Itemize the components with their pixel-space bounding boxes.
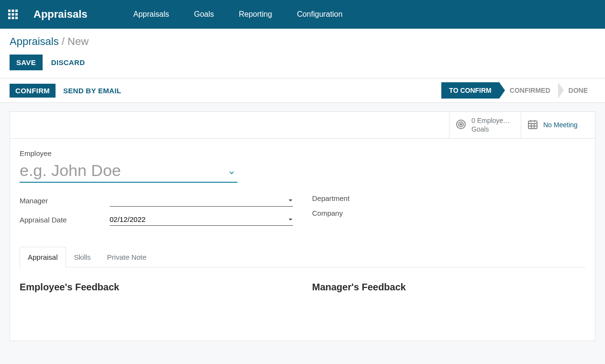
breadcrumb: Appraisals / New xyxy=(10,35,595,48)
svg-rect-7 xyxy=(12,17,14,19)
confirm-button[interactable]: CONFIRM xyxy=(10,84,56,98)
chevron-down-icon[interactable] xyxy=(288,197,293,204)
status-to-confirm[interactable]: TO CONFIRM xyxy=(441,82,499,99)
svg-rect-4 xyxy=(12,13,14,16)
meeting-stat[interactable]: No Meeting xyxy=(521,112,595,138)
status-bar: CONFIRM SEND BY EMAIL TO CONFIRM CONFIRM… xyxy=(0,78,605,103)
svg-rect-1 xyxy=(12,10,14,12)
employee-feedback-title: Employee's Feedback xyxy=(20,282,293,293)
status-steps: TO CONFIRM CONFIRMED DONE xyxy=(441,82,595,99)
svg-rect-8 xyxy=(15,17,18,19)
company-label: Company xyxy=(312,209,402,217)
status-confirmed[interactable]: CONFIRMED xyxy=(499,82,558,99)
employee-input[interactable] xyxy=(20,159,237,182)
tabs: Appraisal Skills Private Note xyxy=(20,247,585,267)
appraisal-date-field[interactable] xyxy=(110,213,293,226)
goals-line1: 0 Employe… xyxy=(471,117,510,125)
svg-rect-5 xyxy=(15,13,18,16)
content-area: 0 Employe… Goals No Meeting Employee xyxy=(0,103,605,350)
appraisal-date-input[interactable] xyxy=(110,215,288,223)
department-label: Department xyxy=(312,194,402,202)
svg-rect-3 xyxy=(8,13,11,16)
manager-label: Manager xyxy=(20,197,110,205)
svg-rect-12 xyxy=(528,121,537,129)
manager-input[interactable] xyxy=(110,196,288,204)
send-email-button[interactable]: SEND BY EMAIL xyxy=(57,84,127,98)
svg-rect-6 xyxy=(8,17,11,19)
breadcrumb-separator: / xyxy=(62,35,67,47)
tab-content: Employee's Feedback Manager's Feedback xyxy=(20,267,585,321)
app-brand[interactable]: Appraisals xyxy=(34,8,88,21)
svg-point-11 xyxy=(460,124,462,125)
chevron-down-icon[interactable] xyxy=(288,216,293,223)
sheet-header: 0 Employe… Goals No Meeting xyxy=(10,112,595,139)
goals-line2: Goals xyxy=(471,125,489,133)
svg-rect-2 xyxy=(15,10,18,12)
tab-appraisal[interactable]: Appraisal xyxy=(20,247,66,267)
nav-appraisals[interactable]: Appraisals xyxy=(121,10,182,19)
employee-label: Employee xyxy=(20,149,585,157)
svg-rect-0 xyxy=(8,10,11,12)
appraisal-date-label: Appraisal Date xyxy=(20,216,110,224)
manager-feedback-title: Manager's Feedback xyxy=(312,282,585,293)
manager-field[interactable] xyxy=(110,194,293,207)
tab-private-note[interactable]: Private Note xyxy=(99,247,155,267)
target-icon xyxy=(455,119,467,132)
nav-reporting[interactable]: Reporting xyxy=(226,10,284,19)
chevron-down-icon[interactable] xyxy=(229,169,235,177)
nav-goals[interactable]: Goals xyxy=(181,10,226,19)
breadcrumb-parent[interactable]: Appraisals xyxy=(10,35,59,47)
discard-button[interactable]: DISCARD xyxy=(45,55,91,70)
form-sheet: 0 Employe… Goals No Meeting Employee xyxy=(10,111,595,341)
nav-configuration[interactable]: Configuration xyxy=(284,10,355,19)
calendar-icon xyxy=(527,119,538,132)
main-navbar: Appraisals Appraisals Goals Reporting Co… xyxy=(0,0,605,29)
tab-skills[interactable]: Skills xyxy=(66,247,99,267)
save-button[interactable]: SAVE xyxy=(10,55,43,70)
meeting-label: No Meeting xyxy=(543,121,578,130)
employee-goals-stat[interactable]: 0 Employe… Goals xyxy=(449,112,521,138)
apps-menu-icon[interactable] xyxy=(7,8,19,21)
form-body: Employee Manager xyxy=(10,139,595,341)
breadcrumb-current: New xyxy=(67,35,89,47)
control-panel: Appraisals / New SAVE DISCARD xyxy=(0,29,605,78)
employee-field-wrap xyxy=(20,159,237,183)
status-done[interactable]: DONE xyxy=(558,82,595,99)
